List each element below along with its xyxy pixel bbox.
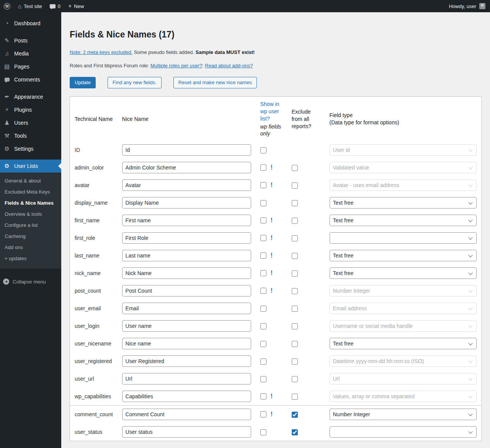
exclude-from-reports-checkbox[interactable] (292, 341, 298, 347)
exclude-from-reports-checkbox[interactable] (292, 376, 298, 382)
submenu-item-add-ons[interactable]: Add ons (0, 242, 61, 253)
nice-name-input[interactable] (122, 373, 251, 384)
nice-name-cell (118, 264, 256, 282)
show-in-list-checkbox[interactable] (260, 182, 266, 188)
sidebar-item-label: Settings (14, 146, 34, 152)
collapse-menu-label: Collapse menu (13, 279, 46, 285)
field-type-select[interactable] (330, 232, 477, 244)
new-content-menu[interactable]: + New (64, 0, 88, 12)
exclude-from-reports-checkbox[interactable] (292, 165, 298, 171)
exclude-from-reports-checkbox[interactable] (292, 358, 298, 365)
nice-name-input[interactable] (122, 355, 251, 367)
nice-name-input[interactable] (122, 267, 251, 279)
show-in-list-checkbox[interactable] (260, 288, 266, 294)
show-in-list-checkbox[interactable] (260, 323, 266, 329)
show-in-list-checkbox[interactable] (260, 393, 266, 399)
exclude-from-reports-checkbox[interactable] (292, 394, 298, 400)
field-row: display_name ! (70, 194, 482, 212)
sidebar-item-users[interactable]: ♟ Users (0, 116, 61, 129)
sidebar-item-label: Dashboard (14, 20, 41, 26)
nice-name-input[interactable] (122, 179, 251, 191)
sidebar-item-user-lists[interactable]: ⚙ User Lists (0, 160, 61, 173)
field-type-select-wrap: Text free (330, 215, 477, 226)
nice-name-input[interactable] (122, 232, 251, 244)
show-in-list-checkbox[interactable] (260, 429, 266, 435)
sidebar-item-plugins[interactable]: ⚡ Plugins (0, 103, 61, 116)
exclude-from-reports-checkbox[interactable] (292, 200, 298, 206)
exclude-from-reports-checkbox[interactable] (292, 270, 298, 277)
submenu-item-fields-nice-names[interactable]: Fields & Nice Names (0, 197, 61, 209)
warning-exclamation-icon: ! (271, 182, 273, 188)
sidebar-item-settings[interactable]: ⚙ Settings (0, 142, 61, 155)
my-account-menu[interactable]: Howdy, user (444, 3, 490, 9)
show-in-list-cell: ! (256, 317, 287, 335)
field-type-select[interactable] (330, 426, 477, 438)
nice-name-input[interactable] (122, 320, 251, 332)
sidebar-item-appearance[interactable]: ✒ Appearance (0, 90, 61, 103)
nice-name-input[interactable] (122, 285, 251, 296)
multiple-roles-link[interactable]: Multiple roles per user? (150, 63, 202, 68)
reset-nice-names-button[interactable]: Reset and make new nice names (173, 77, 257, 88)
field-type-select[interactable]: Number Integer (330, 409, 477, 420)
exclude-from-reports-checkbox[interactable] (292, 182, 298, 189)
nice-name-input[interactable] (122, 162, 251, 173)
show-in-list-checkbox[interactable] (260, 253, 266, 259)
update-button[interactable]: Update (70, 77, 96, 88)
exclude-from-reports-checkbox[interactable] (292, 306, 298, 312)
show-in-list-cell: ! (256, 141, 287, 159)
show-in-list-checkbox[interactable] (260, 200, 266, 206)
nice-name-input[interactable] (122, 409, 251, 420)
collapse-menu-button[interactable]: ◀ Collapse menu (0, 275, 61, 288)
show-in-list-checkbox[interactable] (260, 306, 266, 312)
sidebar-item-posts[interactable]: ✎ Posts (0, 34, 61, 47)
show-in-list-checkbox[interactable] (260, 411, 266, 417)
nice-name-input[interactable] (122, 215, 251, 226)
site-name-menu[interactable]: ⌂ Test site (14, 0, 46, 12)
exclude-from-reports-checkbox[interactable] (292, 218, 298, 224)
show-in-list-checkbox[interactable] (260, 217, 266, 223)
nice-name-input[interactable] (122, 303, 251, 314)
find-new-fields-button[interactable]: Find any new fields. (108, 77, 162, 88)
show-in-list-checkbox[interactable] (260, 270, 266, 276)
field-type-select[interactable]: Text free (330, 250, 477, 261)
comments-menu[interactable]: 0 (46, 0, 64, 12)
show-in-list-checkbox[interactable] (260, 341, 266, 347)
show-in-list-checkbox[interactable] (260, 147, 266, 153)
nice-name-input[interactable] (122, 426, 251, 438)
submenu-item-excluded-meta-keys[interactable]: Excluded Meta Keys (0, 186, 61, 197)
nice-name-input[interactable] (122, 144, 251, 156)
sidebar-item-tools[interactable]: ⚒ Tools (0, 129, 61, 142)
submenu-item-general-about[interactable]: General & about (0, 175, 61, 186)
submenu-item-configure-a-list[interactable]: Configure a list (0, 220, 61, 231)
field-type-select[interactable]: Text free (330, 197, 477, 209)
exclude-from-reports-checkbox[interactable] (292, 253, 298, 259)
exclude-from-reports-checkbox[interactable] (292, 323, 298, 329)
show-in-list-checkbox[interactable] (260, 376, 266, 382)
submenu-item-updates[interactable]: + updates (0, 253, 61, 264)
field-type-select[interactable]: Text free (330, 267, 477, 279)
wp-logo-menu[interactable]: W (0, 0, 14, 12)
exclude-from-reports-checkbox[interactable] (292, 235, 298, 241)
nice-name-input[interactable] (122, 197, 251, 209)
field-row: user_login ! (70, 317, 482, 335)
nice-name-input[interactable] (122, 338, 251, 349)
nice-name-input[interactable] (122, 250, 251, 261)
exclude-from-reports-checkbox[interactable] (292, 429, 298, 435)
show-in-list-checkbox[interactable] (260, 165, 266, 171)
sidebar-item-media[interactable]: ♫ Media (0, 47, 61, 60)
exclude-from-reports-checkbox[interactable] (292, 288, 298, 294)
read-about-addons-link[interactable]: Read about add-ons? (205, 63, 253, 68)
sidebar-item-dashboard[interactable]: ◔ Dashboard (0, 17, 61, 30)
meta-keys-excluded-link[interactable]: Note: 2 meta keys excluded. (70, 49, 132, 55)
exclude-from-reports-checkbox[interactable] (292, 412, 298, 418)
field-type-select[interactable]: Text free (330, 338, 477, 349)
show-in-list-checkbox[interactable] (260, 235, 266, 241)
nice-name-input[interactable] (122, 391, 251, 402)
sidebar-item-pages[interactable]: ▤ Pages (0, 60, 61, 73)
submenu-item-overview-tools[interactable]: Overview & tools (0, 209, 61, 220)
submenu-item-cacheing[interactable]: Cacheing (0, 231, 61, 242)
field-type-select[interactable]: Text free (330, 215, 477, 226)
show-in-wp-user-list-link[interactable]: Show in wp user list? (260, 101, 279, 122)
show-in-list-checkbox[interactable] (260, 358, 266, 365)
sidebar-item-comments[interactable]: Comments (0, 73, 61, 86)
